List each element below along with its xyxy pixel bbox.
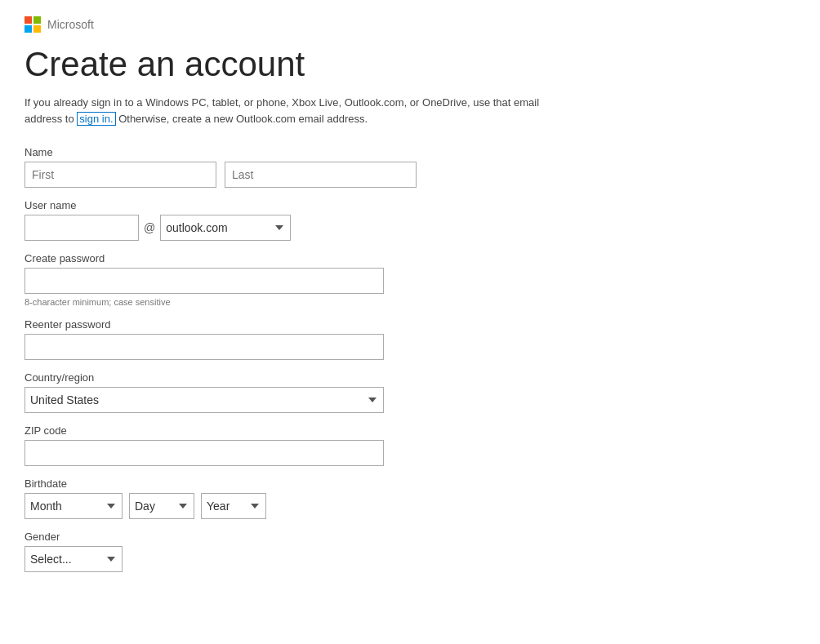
name-label: Name [25, 146, 417, 158]
password-hint: 8-character minimum; case sensitive [25, 297, 417, 307]
logo-text: Microsoft [47, 18, 94, 31]
logo-cell-yellow [33, 25, 41, 33]
country-label: Country/region [25, 371, 417, 384]
gender-label: Gender [25, 531, 417, 543]
logo-cell-red [25, 16, 32, 24]
password-input[interactable] [25, 268, 384, 294]
year-select[interactable]: Year 2000 1999 1990 [201, 493, 266, 519]
birthdate-row: Month January February March April May J… [25, 493, 417, 519]
day-select[interactable]: Day 1 2 3 [129, 493, 194, 519]
username-row: @ outlook.com hotmail.com live.com [25, 215, 417, 241]
logo-cell-blue [25, 25, 32, 33]
reenter-label: Reenter password [25, 318, 417, 331]
last-name-input[interactable] [225, 162, 417, 188]
month-select[interactable]: Month January February March April May J… [25, 493, 123, 519]
at-symbol: @ [144, 221, 155, 234]
sign-in-link[interactable]: sign in. [77, 112, 115, 126]
zip-label: ZIP code [25, 424, 417, 437]
logo-cell-green [33, 16, 41, 24]
password-label: Create password [25, 252, 417, 264]
birthdate-label: Birthdate [25, 477, 417, 490]
page-title: Create an account [25, 46, 795, 83]
subtitle-suffix: Otherwise, create a new Outlook.com emai… [118, 113, 368, 125]
name-row [25, 162, 417, 188]
microsoft-logo: Microsoft [25, 16, 795, 33]
username-input[interactable] [25, 215, 139, 241]
domain-select[interactable]: outlook.com hotmail.com live.com [160, 215, 291, 241]
create-account-form: Name User name @ outlook.com hotmail.com… [25, 146, 417, 572]
subtitle: If you already sign in to a Windows PC, … [25, 95, 547, 127]
username-label: User name [25, 199, 417, 211]
first-name-input[interactable] [25, 162, 216, 188]
logo-grid [25, 16, 41, 33]
gender-select[interactable]: Select... Male Female Other [25, 546, 123, 572]
zip-input[interactable] [25, 440, 384, 466]
reenter-password-input[interactable] [25, 334, 384, 360]
country-select[interactable]: United States Canada United Kingdom Aust… [25, 387, 384, 413]
